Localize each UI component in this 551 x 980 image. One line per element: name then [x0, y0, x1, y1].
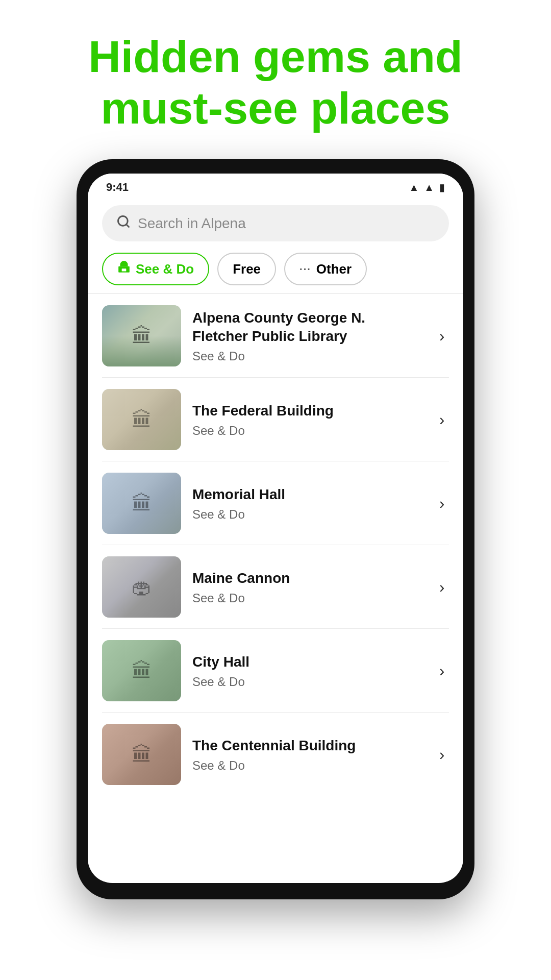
place-category: See & Do [192, 349, 423, 363]
list-item[interactable]: Maine Cannon See & Do › [88, 545, 463, 629]
place-category: See & Do [192, 507, 423, 522]
tab-see-do-label: See & Do [136, 261, 194, 277]
list-item[interactable]: The Federal Building See & Do › [88, 378, 463, 461]
place-info: Alpena County George N. Fletcher Public … [192, 309, 423, 363]
chevron-right-icon: › [435, 496, 449, 510]
place-info: Maine Cannon See & Do [192, 569, 423, 605]
search-placeholder: Search in Alpena [138, 215, 246, 232]
federal-image [102, 389, 181, 450]
page-header: Hidden gems and must-see places [0, 0, 551, 159]
tab-free-label: Free [233, 261, 261, 277]
page-title: Hidden gems and must-see places [41, 31, 510, 134]
centennial-image [102, 724, 181, 785]
place-info: The Federal Building See & Do [192, 402, 423, 437]
signal-icon: ▲ [409, 182, 419, 193]
cannon-image [102, 556, 181, 618]
phone-frame: 9:41 ▲ ▲ ▮ Search in Alpena [77, 159, 474, 899]
phone-wrapper: 9:41 ▲ ▲ ▮ Search in Alpena [0, 159, 551, 899]
place-info: The Centennial Building See & Do [192, 737, 423, 772]
chevron-right-icon: › [435, 412, 449, 427]
list-item[interactable]: The Centennial Building See & Do › [88, 713, 463, 790]
see-do-icon [117, 261, 131, 277]
search-bar[interactable]: Search in Alpena [102, 205, 449, 241]
place-name: City Hall [192, 653, 423, 671]
svg-rect-3 [122, 269, 127, 272]
place-thumbnail [102, 389, 181, 450]
chevron-right-icon: › [435, 747, 449, 762]
place-thumbnail [102, 473, 181, 534]
place-info: Memorial Hall See & Do [192, 485, 423, 521]
place-list: Alpena County George N. Fletcher Public … [88, 294, 463, 790]
place-category: See & Do [192, 591, 423, 605]
search-icon [116, 214, 131, 232]
search-container: Search in Alpena [88, 198, 463, 250]
battery-icon: ▮ [439, 181, 445, 193]
place-name: Memorial Hall [192, 485, 423, 504]
place-name: Maine Cannon [192, 569, 423, 587]
tab-see-do[interactable]: See & Do [102, 253, 209, 285]
list-item[interactable]: Memorial Hall See & Do › [88, 461, 463, 545]
place-category: See & Do [192, 675, 423, 689]
place-category: See & Do [192, 424, 423, 438]
svg-line-1 [126, 225, 129, 227]
tab-free[interactable]: Free [217, 253, 276, 285]
status-icons: ▲ ▲ ▮ [409, 181, 445, 193]
place-thumbnail [102, 305, 181, 366]
wifi-icon: ▲ [424, 182, 434, 193]
chevron-right-icon: › [435, 329, 449, 343]
phone-screen: 9:41 ▲ ▲ ▮ Search in Alpena [88, 174, 463, 883]
place-thumbnail [102, 724, 181, 785]
place-name: The Federal Building [192, 402, 423, 420]
chevron-right-icon: › [435, 580, 449, 594]
cityhall-image [102, 640, 181, 701]
chevron-right-icon: › [435, 664, 449, 678]
library-image [102, 305, 181, 366]
status-time: 9:41 [106, 181, 129, 194]
place-info: City Hall See & Do [192, 653, 423, 689]
status-bar: 9:41 ▲ ▲ ▮ [88, 174, 463, 198]
filter-tabs: See & Do Free ··· Other [88, 250, 463, 293]
list-item[interactable]: Alpena County George N. Fletcher Public … [88, 294, 463, 378]
list-item[interactable]: City Hall See & Do › [88, 629, 463, 713]
tab-other[interactable]: ··· Other [284, 253, 367, 285]
memorial-image [102, 473, 181, 534]
place-name: The Centennial Building [192, 737, 423, 755]
place-category: See & Do [192, 758, 423, 773]
place-thumbnail [102, 640, 181, 701]
other-icon: ··· [299, 263, 311, 275]
tab-other-label: Other [316, 261, 352, 277]
place-thumbnail [102, 556, 181, 618]
place-name: Alpena County George N. Fletcher Public … [192, 309, 423, 346]
